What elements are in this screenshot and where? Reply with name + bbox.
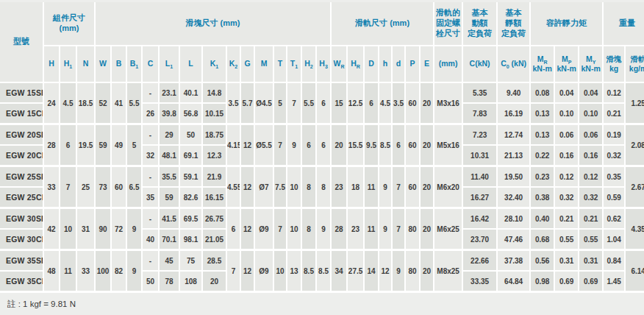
cell-MY: 0.31 [579,251,604,272]
col-header-WR: WR [332,46,348,83]
col-header-H2: H2 [302,46,317,83]
cell-L: 59.1 [180,167,203,188]
model-cell: EGW 20SB [0,125,44,146]
cell-MR: 0.13 [531,125,555,146]
cell-E: 20 [421,251,434,293]
cell-WR: 34 [332,251,348,293]
cell-WR: 15 [332,83,348,125]
cell-C_dyn: 33.35 [463,272,498,293]
cell-C: - [143,125,160,146]
cell-HR: 15.5 [348,125,365,167]
cell-MP: 0.16 [555,146,579,167]
cell-w_block: 0.21 [604,104,626,125]
cell-P: 60 [406,125,421,167]
cell-B: 49 [112,125,127,167]
col-header-MY: MYkN-m [579,46,604,83]
cell-MY: 0.32 [579,188,604,209]
model-cell: EGW 25SB [0,167,44,188]
cell-w_block: 1.04 [604,230,626,251]
cell-w_rail: 1.25 [626,83,644,125]
cell-B1: 5.5 [127,83,143,125]
cell-d: 7 [393,209,406,251]
cell-L1: 70.1 [160,230,180,251]
cell-w_rail: 2.08 [626,125,644,167]
cell-C0: 9.40 [498,83,531,104]
col-header-T: T [274,46,287,83]
cell-WR: 20 [332,125,348,167]
col-header-C0: C0 (kN) [498,46,531,83]
cell-N: 33 [77,251,96,293]
cell-h: 12 [379,251,393,293]
col-header-M: M [255,46,274,83]
cell-H3: 6 [317,83,332,125]
col-header-N: N [77,46,96,83]
header-group-static-moment: 容許靜力矩 [531,2,604,46]
cell-M: Ø5.5 [255,125,274,167]
cell-E: 20 [421,83,434,125]
table-body: EGW 15SB244.518.552415.5-23.140.114.83.5… [0,83,644,293]
cell-T: 10 [274,251,287,293]
cell-E: 20 [421,125,434,167]
cell-K2: 6 [227,209,241,251]
cell-d: 7 [393,167,406,209]
cell-K1: 20 [203,272,227,293]
cell-HR: 23 [348,209,365,251]
cell-D: 9.5 [365,125,379,167]
table-row: EGW 15SB244.518.552415.5-23.140.114.83.5… [0,83,644,104]
cell-G: 5.7 [241,83,255,125]
cell-C0: 47.46 [498,230,531,251]
cell-bolt: M3x16 [434,83,463,125]
cell-B: 41 [112,83,127,125]
cell-P: 60 [406,167,421,209]
cell-MY: 0.06 [579,125,604,146]
cell-T: 5 [274,83,287,125]
cell-L1: 48.1 [160,146,180,167]
cell-B1: 9 [127,251,143,293]
cell-K1: 28.5 [203,251,227,272]
col-header-HR: HR [348,46,365,83]
col-header-L: L [180,46,203,83]
cell-K1: 18.75 [203,125,227,146]
cell-L: 56.8 [180,104,203,125]
cell-G: 12 [241,125,255,167]
cell-W: 59 [96,125,112,167]
col-header-MR: MRkN-m [531,46,555,83]
cell-MR: 0.40 [531,209,555,230]
col-header-B: B [112,46,127,83]
cell-G: 12 [241,209,255,251]
cell-K2: 3.5 [227,83,241,125]
cell-d: 6 [393,125,406,167]
cell-C_dyn: 16.42 [463,209,498,230]
cell-MP: 0.31 [555,251,579,272]
cell-MY: 0.10 [579,104,604,125]
cell-K2: 4.15 [227,125,241,167]
cell-C: - [143,251,160,272]
cell-K1: 12.3 [203,146,227,167]
col-header-L1: L1 [160,46,180,83]
cell-H1: 11 [60,251,77,293]
col-header-K1: K1 [203,46,227,83]
cell-T1: 9 [287,125,302,167]
table-header: 型號組件尺寸(mm)滑塊尺寸 (mm)滑軌尺寸 (mm)滑軌的固定螺栓尺寸基本動… [0,2,644,83]
cell-M: Ø9 [255,209,274,251]
cell-W: 90 [96,209,112,251]
cell-H2: 6 [302,125,317,167]
cell-H1: 7 [60,167,77,209]
cell-G: 12 [241,251,255,293]
egw-spec-page: 型號組件尺寸(mm)滑塊尺寸 (mm)滑軌尺寸 (mm)滑軌的固定螺栓尺寸基本動… [0,0,644,310]
cell-B: 82 [112,251,127,293]
cell-C_dyn: 23.70 [463,230,498,251]
header-group-assembly-dims: 組件尺寸(mm) [44,2,96,46]
cell-L: 82.6 [180,188,203,209]
cell-C0: 12.74 [498,125,531,146]
model-cell: EGW 35SB [0,251,44,272]
model-cell: EGW 25CB [0,188,44,209]
cell-E: 20 [421,167,434,209]
cell-w_block: 0.19 [604,125,626,146]
cell-h: 8.5 [379,125,393,167]
cell-M: Ø9 [255,251,274,293]
cell-H1: 6 [60,125,77,167]
cell-C0: 16.19 [498,104,531,125]
table-row: EGW 30SB42103190729-41.569.526.75612Ø971… [0,209,644,230]
col-header-G: G [241,46,255,83]
